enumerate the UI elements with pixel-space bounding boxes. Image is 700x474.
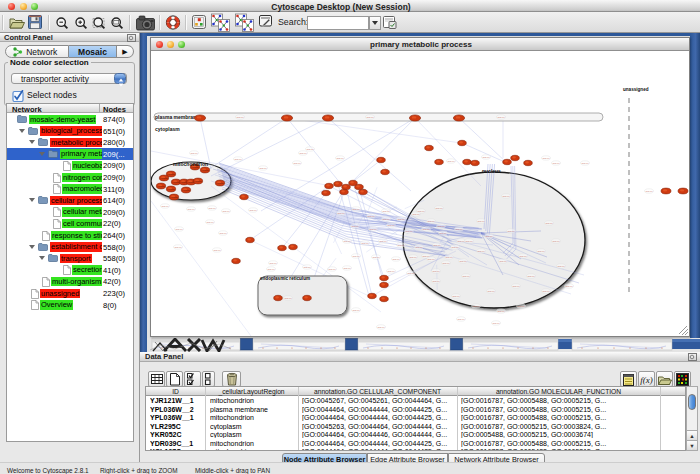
svg-text:GO:00: GO:00	[455, 228, 463, 231]
svg-text:GO:00: GO:00	[377, 326, 385, 329]
svg-text:YGR00: YGR00	[157, 185, 166, 188]
svg-text:unassigned: unassigned	[623, 87, 649, 92]
svg-text:GO:00: GO:00	[328, 268, 336, 271]
svg-text:GO:00: GO:00	[442, 262, 450, 265]
svg-text:plasma membrane: plasma membrane	[155, 114, 199, 120]
svg-text:GO:00: GO:00	[477, 220, 485, 223]
svg-text:YGR00: YGR00	[167, 173, 176, 176]
svg-text:GO:00: GO:00	[267, 268, 275, 271]
svg-text:GO:00: GO:00	[542, 290, 550, 293]
svg-text:GO:00: GO:00	[492, 322, 500, 325]
svg-text:GO:00: GO:00	[459, 260, 467, 263]
svg-text:YGR00: YGR00	[182, 189, 191, 192]
svg-text:GO:00: GO:00	[397, 244, 405, 247]
svg-text:GO:00: GO:00	[447, 160, 455, 163]
svg-text:endoplasmic reticulum: endoplasmic reticulum	[260, 276, 310, 281]
svg-text:GO:00: GO:00	[367, 215, 375, 218]
svg-text:GO:00: GO:00	[219, 232, 227, 235]
svg-text:YGR00: YGR00	[170, 196, 179, 199]
svg-text:GO:00: GO:00	[472, 305, 480, 308]
svg-text:GO:00: GO:00	[397, 218, 405, 221]
svg-text:GO:00: GO:00	[284, 297, 292, 300]
svg-text:GO:00: GO:00	[499, 260, 507, 263]
svg-text:GO:00: GO:00	[190, 152, 198, 155]
svg-text:GO:00: GO:00	[343, 240, 351, 243]
svg-text:GO:00: GO:00	[445, 256, 453, 259]
svg-text:GO:00: GO:00	[234, 158, 242, 161]
svg-text:GO:00: GO:00	[161, 205, 169, 208]
svg-text:GO:00: GO:00	[306, 148, 314, 151]
svg-text:GO:00: GO:00	[415, 246, 423, 249]
svg-text:GO:00: GO:00	[457, 240, 465, 243]
svg-text:GO:00: GO:00	[477, 250, 485, 253]
svg-text:GO:00: GO:00	[303, 266, 311, 269]
svg-text:GO:00: GO:00	[437, 225, 445, 228]
svg-text:GO:00: GO:00	[208, 207, 216, 210]
svg-text:GO:00: GO:00	[465, 240, 473, 243]
svg-text:GO:00: GO:00	[487, 290, 495, 293]
svg-text:GO:00: GO:00	[457, 318, 465, 321]
svg-text:GO:00: GO:00	[236, 116, 244, 119]
svg-text:YGR00: YGR00	[160, 177, 169, 180]
svg-text:GO:00: GO:00	[372, 256, 380, 259]
svg-text:GO:00: GO:00	[542, 157, 550, 160]
svg-text:GO:00: GO:00	[174, 246, 182, 249]
svg-text:GO:00: GO:00	[537, 250, 545, 253]
svg-text:GO:00: GO:00	[299, 152, 307, 155]
svg-text:GO:00: GO:00	[497, 116, 505, 119]
svg-text:GO:00: GO:00	[482, 156, 490, 159]
svg-text:GO:00: GO:00	[519, 255, 527, 258]
svg-text:GO:00: GO:00	[432, 270, 440, 273]
svg-text:GO:00: GO:00	[337, 212, 345, 215]
svg-text:GO:00: GO:00	[369, 228, 377, 231]
svg-text:GO:00: GO:00	[387, 270, 395, 273]
svg-text:GO:00: GO:00	[422, 228, 430, 231]
svg-text:GO:00: GO:00	[452, 295, 460, 298]
svg-text:GO:00: GO:00	[352, 208, 360, 211]
svg-text:GO:00: GO:00	[293, 162, 301, 165]
svg-text:GO:00: GO:00	[382, 218, 390, 221]
svg-text:GO:00: GO:00	[351, 225, 359, 228]
svg-text:GO:00: GO:00	[343, 267, 351, 270]
svg-text:GO:00: GO:00	[565, 285, 573, 288]
svg-text:YGR00: YGR00	[167, 188, 176, 191]
svg-text:GO:00: GO:00	[517, 305, 525, 308]
svg-text:GO:00: GO:00	[552, 240, 560, 243]
svg-text:cytoplasm: cytoplasm	[155, 126, 180, 132]
svg-text:YGR00: YGR00	[216, 182, 225, 185]
svg-text:GO:00: GO:00	[409, 256, 417, 259]
svg-text:GO:00: GO:00	[366, 116, 374, 119]
svg-text:YGR00: YGR00	[201, 169, 210, 172]
svg-text:GO:00: GO:00	[259, 167, 267, 170]
svg-text:GO:00: GO:00	[497, 310, 505, 313]
svg-text:GO:00: GO:00	[552, 162, 560, 165]
svg-text:GO:00: GO:00	[405, 230, 413, 233]
svg-text:YGR00: YGR00	[194, 180, 203, 183]
svg-text:mitochondrion: mitochondrion	[173, 161, 208, 167]
svg-text:GO:00: GO:00	[392, 258, 400, 261]
svg-text:GO:00: GO:00	[462, 275, 470, 278]
svg-text:GO:00: GO:00	[507, 230, 515, 233]
svg-text:GO:00: GO:00	[407, 272, 415, 275]
svg-text:nucleus: nucleus	[482, 168, 501, 174]
svg-text:GO:00: GO:00	[222, 210, 230, 213]
svg-text:GO:00: GO:00	[432, 280, 440, 283]
svg-text:GO:00: GO:00	[512, 285, 520, 288]
svg-text:GO:00: GO:00	[379, 240, 387, 243]
svg-text:GO:00: GO:00	[249, 209, 257, 212]
svg-text:GO:00: GO:00	[427, 258, 435, 261]
svg-text:GO:00: GO:00	[527, 275, 535, 278]
svg-text:GO:00: GO:00	[451, 246, 459, 249]
svg-text:GO:00: GO:00	[502, 195, 510, 198]
svg-text:GO:00: GO:00	[435, 207, 443, 210]
svg-text:GO:00: GO:00	[581, 162, 589, 165]
svg-text:GO:00: GO:00	[175, 228, 183, 231]
svg-text:GO:00: GO:00	[645, 190, 653, 193]
svg-text:GO:00: GO:00	[336, 157, 344, 160]
svg-text:GO:00: GO:00	[352, 309, 360, 312]
svg-text:GO:00: GO:00	[269, 262, 277, 265]
svg-text:GO:00: GO:00	[412, 213, 420, 216]
svg-text:GO:00: GO:00	[213, 249, 221, 252]
svg-text:GO:00: GO:00	[352, 255, 360, 258]
svg-text:GO:00: GO:00	[361, 242, 369, 245]
